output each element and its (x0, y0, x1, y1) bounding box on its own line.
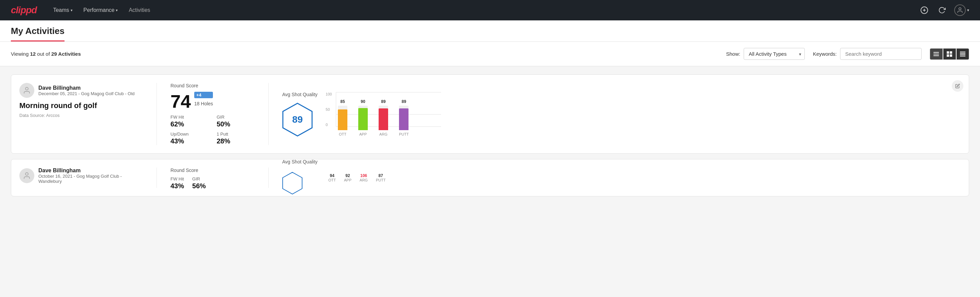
card-divider-3 (156, 168, 157, 188)
card-shot-quality-2: Avg Shot Quality 94 OTT 92 APP 106 (277, 168, 447, 188)
add-activity-button[interactable] (919, 5, 930, 16)
user-details-2: Dave Billingham October 16, 2021 - Gog M… (38, 168, 137, 184)
show-filter-group: Show: All Activity Types ▾ (726, 48, 805, 60)
svg-point-3 (959, 8, 961, 10)
svg-point-17 (25, 172, 28, 176)
card-user-info-2: Dave Billingham October 16, 2021 - Gog M… (19, 168, 148, 188)
round-score-value: 74 (170, 92, 191, 110)
avg-shot-quality-label-2: Avg Shot Quality (282, 159, 318, 164)
bar-arg-label: ARG (379, 132, 387, 136)
viewing-current: 12 (30, 51, 36, 57)
shot-quality-chart: 100 50 0 85 (326, 92, 441, 136)
svg-point-15 (25, 87, 28, 90)
refresh-button[interactable] (937, 5, 947, 16)
page-title: My Activities (11, 26, 65, 42)
activity-card: Dave Billingham December 05, 2021 - Gog … (11, 74, 969, 153)
fw-hit-stat-2: FW Hit 43% (170, 176, 184, 190)
teams-chevron-icon: ▾ (71, 8, 73, 13)
bar-ott-value: 85 (340, 99, 345, 104)
hexagon-2 (282, 171, 302, 196)
compact-list-view-button[interactable] (930, 49, 943, 59)
activity-date-location: December 05, 2021 - Gog Magog Golf Club … (38, 91, 134, 96)
edit-activity-button[interactable] (952, 80, 963, 92)
svg-rect-13 (960, 54, 966, 55)
fw-hit-value-2: 43% (170, 182, 184, 190)
score-badge: +4 (194, 92, 213, 98)
hexagon-shape: 89 (282, 103, 313, 137)
card-round-stats: Round Score 74 +4 18 Holes FW Hit 62% GI… (165, 83, 260, 145)
performance-chevron-icon: ▾ (116, 8, 118, 13)
card-round-stats-2: Round Score FW Hit 43% GIR 56% (165, 168, 260, 188)
nav-activities[interactable]: Activities (129, 5, 150, 16)
gir-label: GIR (216, 115, 255, 120)
search-input[interactable] (840, 48, 921, 60)
activity-date-location-2: October 16, 2021 - Gog Magog Golf Club -… (38, 174, 137, 184)
navbar: clippd Teams ▾ Performance ▾ Activities (0, 0, 980, 21)
svg-rect-7 (947, 51, 949, 54)
grid-view-button[interactable] (943, 49, 956, 59)
user-name: Dave Billingham (38, 85, 134, 91)
bar-app-label: APP (359, 132, 367, 136)
viewing-total: 29 (51, 51, 57, 57)
activities-list: Dave Billingham December 05, 2021 - Gog … (0, 66, 980, 204)
card-divider-2 (268, 83, 269, 145)
activity-type-select-wrapper: All Activity Types ▾ (744, 48, 805, 60)
y-label-0: 0 (326, 123, 332, 127)
svg-rect-4 (934, 52, 939, 53)
fw-hit-stat: FW Hit 62% (170, 115, 208, 128)
svg-rect-14 (960, 56, 966, 56)
user-info-row-2: Dave Billingham October 16, 2021 - Gog M… (19, 168, 137, 184)
card-user-info: Dave Billingham December 05, 2021 - Gog … (19, 83, 148, 145)
activity-title: Morning round of golf (19, 101, 137, 110)
y-label-50: 50 (326, 107, 332, 112)
user-menu-button[interactable]: ▾ (954, 5, 969, 16)
activity-card-2: Dave Billingham October 16, 2021 - Gog M… (11, 159, 969, 196)
svg-rect-8 (950, 51, 952, 54)
user-chevron-icon: ▾ (967, 8, 969, 13)
one-putt-value: 28% (216, 137, 255, 145)
bar-putt: 89 PUTT (399, 99, 409, 136)
nav-performance[interactable]: Performance ▾ (84, 5, 118, 16)
bar-app-value: 90 (361, 99, 365, 104)
view-toggle-group (930, 48, 969, 60)
updown-value: 43% (170, 137, 208, 145)
one-putt-label: 1 Putt (216, 131, 255, 137)
activity-type-select[interactable]: All Activity Types (744, 48, 805, 60)
hexagon-score-value: 89 (292, 114, 302, 125)
list-view-button[interactable] (956, 49, 969, 59)
svg-rect-9 (947, 54, 949, 57)
avg-shot-quality-label: Avg Shot Quality (282, 92, 318, 97)
one-putt-stat: 1 Putt 28% (216, 131, 255, 145)
stats-grid: FW Hit 62% GIR 50% Up/Down 43% 1 Putt 28… (170, 115, 255, 145)
svg-rect-6 (934, 55, 939, 56)
gir-value: 50% (216, 120, 255, 128)
hexagon-score-container: 89 (282, 103, 313, 137)
updown-label: Up/Down (170, 131, 208, 137)
avatar (19, 83, 34, 98)
fw-hit-label: FW Hit (170, 115, 208, 120)
gir-stat: GIR 50% (216, 115, 255, 128)
user-details: Dave Billingham December 05, 2021 - Gog … (38, 85, 134, 96)
gir-stat-2: GIR 56% (192, 176, 206, 190)
fw-hit-value: 62% (170, 120, 208, 128)
score-row: 74 +4 18 Holes (170, 92, 255, 110)
show-label: Show: (726, 51, 740, 57)
card-divider-4 (268, 168, 269, 188)
fw-hit-label-2: FW Hit (170, 176, 184, 182)
holes-label: 18 Holes (194, 101, 213, 106)
svg-rect-5 (934, 54, 939, 54)
data-source: Data Source: Arccos (19, 113, 137, 118)
svg-rect-10 (950, 54, 952, 57)
y-label-100: 100 (326, 92, 332, 96)
gir-value-2: 56% (192, 182, 206, 190)
bar-putt-value: 89 (402, 99, 406, 104)
gir-label-2: GIR (192, 176, 206, 182)
user-info-row: Dave Billingham December 05, 2021 - Gog … (19, 83, 137, 98)
avatar-2 (19, 168, 34, 183)
filter-bar: Viewing 12 out of 29 Activities Show: Al… (0, 42, 980, 66)
bar-ott: 85 OTT (338, 99, 347, 136)
card-divider (156, 83, 157, 145)
nav-teams[interactable]: Teams ▾ (53, 5, 72, 16)
bar-arg: 89 ARG (379, 99, 388, 136)
viewing-count-text: Viewing 12 out of 29 Activities (11, 51, 718, 57)
